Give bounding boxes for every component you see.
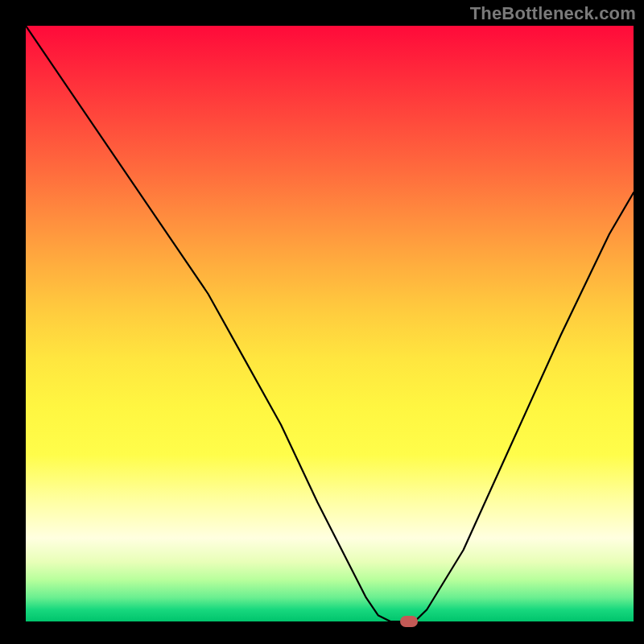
bottleneck-curve [26, 26, 634, 621]
plot-area [26, 26, 634, 621]
watermark-text: TheBottleneck.com [470, 3, 636, 24]
optimum-marker [400, 616, 418, 627]
